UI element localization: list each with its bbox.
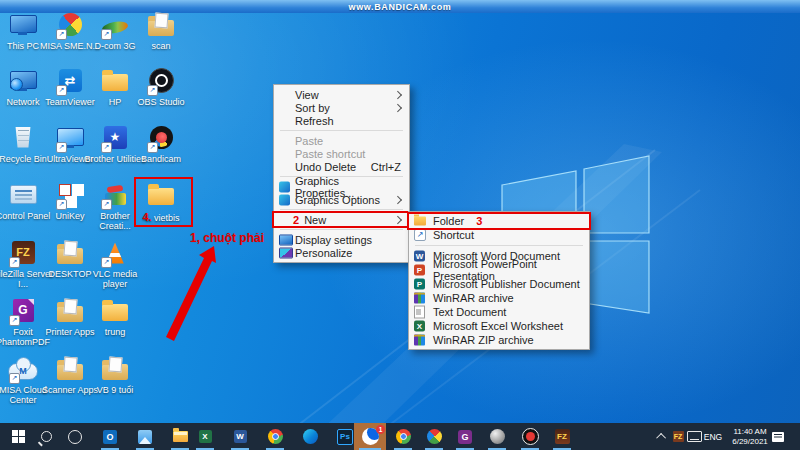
submenu-item-winrar-zip-archive[interactable]: WinRAR ZIP archive [409,333,589,347]
shortcut-icon: ↗ [414,229,426,241]
submenu-item-text-document[interactable]: Text Document [409,305,589,319]
menu-item-sort-by[interactable]: Sort by [274,101,409,114]
taskbar: O X W Ps 1 G FZ [0,423,800,450]
icon-label: trung [105,327,126,337]
menu-item-label: WinRAR ZIP archive [433,334,534,346]
desktop-icon-obs-studio[interactable]: ↗ OBS Studio [129,64,193,107]
submenu-item-winrar-archive[interactable]: WinRAR archive [409,291,589,305]
desktop-icon-bandicam[interactable]: ↗ Bandicam [129,121,193,164]
winrar-zip-icon [414,335,425,346]
photos-icon [138,430,152,444]
submenu-item-shortcut[interactable]: ↗ Shortcut [409,228,589,242]
menu-item-undo-delete[interactable]: Undo Delete Ctrl+Z [274,160,409,173]
menu-item-personalize[interactable]: Personalize [274,246,409,259]
word-icon: W [414,251,425,262]
menu-separator [280,130,403,131]
submenu-chevron-icon [393,215,401,223]
menu-item-label: Shortcut [433,229,474,241]
vietbis-label: vietbis [154,213,180,223]
scanner-apps-folder-icon [57,364,83,380]
vietbis-folder-icon [148,188,174,205]
folder-icon [414,217,426,226]
taskbar-edge-button[interactable] [296,423,324,450]
taskbar-chrome-button[interactable] [261,423,289,450]
shortcut-arrow-icon: ↗ [101,257,112,268]
control-panel-icon [10,185,37,204]
menu-item-paste-shortcut: Paste shortcut [274,147,409,160]
taskbar-sphere-app-button[interactable] [483,423,511,450]
photoshop-icon: Ps [337,429,353,445]
network-globe-art [10,78,23,91]
language-indicator: ENG [704,432,722,442]
taskbar-zalo-button-active[interactable]: 1 [354,423,386,450]
new-submenu: Folder 3 ↗ Shortcut W Microsoft Word Doc… [408,211,590,350]
taskbar-excel-button[interactable]: X [191,423,219,450]
menu-item-graphics-properties[interactable]: Graphics Properties... [274,180,409,193]
zalo-notification-badge: 1 [376,425,385,434]
clock: 11:40 AM 6/29/2021 [732,427,768,447]
menu-item-label: Microsoft Excel Worksheet [433,320,563,332]
menu-separator [280,229,403,230]
shortcut-arrow-icon: ↗ [56,199,67,210]
shortcut-arrow-icon: ↗ [101,142,112,153]
menu-item-refresh[interactable]: Refresh [274,114,409,127]
submenu-item-powerpoint-presentation[interactable]: P Microsoft PowerPoint Presentation [409,263,589,277]
menu-item-label: Display settings [295,234,372,246]
shortcut-arrow-icon: ↗ [147,85,158,96]
chrome-icon [268,429,283,444]
desktop-icon-scan[interactable]: scan [129,8,193,51]
cortana-icon [68,430,82,444]
excel-icon: X [414,321,425,332]
misa-icon [427,429,442,444]
search-icon [41,431,52,442]
sphere-app-icon [490,429,505,444]
menu-item-label: Folder [433,215,464,227]
taskbar-bandicam-record-button[interactable] [516,423,544,450]
icon-label: VLC media player [84,269,146,289]
winrar-icon [414,293,425,304]
icon-label: This PC [7,41,39,51]
taskbar-chrome2-button[interactable] [389,423,417,450]
desktop-icon-vlc[interactable]: ↗ VLC media player [83,236,147,289]
desktop-icon-vb9tuoi[interactable]: VB 9 tuổi [83,352,147,395]
submenu-item-folder[interactable]: Folder 3 [409,214,589,228]
word-icon: W [234,430,247,443]
taskbar-outlook-button[interactable]: O [96,423,124,450]
desktop-icon-trung[interactable]: trung [83,294,147,337]
watermark-text: www.BANDICAM.com [349,2,452,12]
submenu-item-publisher-document[interactable]: P Microsoft Publisher Document [409,277,589,291]
taskbar-misa-button[interactable] [420,423,448,450]
menu-item-label: Paste [295,135,323,147]
tray-action-center-button[interactable] [764,423,792,450]
menu-item-view[interactable]: View [274,88,409,101]
powerpoint-icon: P [414,265,425,276]
taskbar-search-button[interactable] [32,423,60,450]
menu-item-display-settings[interactable]: Display settings [274,233,409,246]
menu-item-label: View [295,89,319,101]
submenu-item-excel-worksheet[interactable]: X Microsoft Excel Worksheet [409,319,589,333]
annotation-step-1: 1, chuột phải [190,231,264,245]
shortcut-arrow-icon: ↗ [147,142,158,153]
taskbar-cortana-button[interactable] [61,423,89,450]
personalize-icon [279,247,293,258]
chevron-up-icon [656,433,666,443]
outlook-icon: O [103,430,117,444]
menu-item-graphics-options[interactable]: Graphics Options [274,193,409,206]
icon-label: VB 9 tuổi [97,385,134,395]
windows-desktop-screen: www.BANDICAM.com This PC ↗ MISA SME.N...… [0,0,800,450]
desktop-icon-vietbis[interactable]: 4. vietbis [129,178,193,223]
taskbar-filezilla-button[interactable]: FZ [548,423,576,450]
taskbar-word-button[interactable]: W [226,423,254,450]
desktop-folder-icon [57,248,83,264]
menu-item-paste: Paste [274,134,409,147]
taskbar-photos-button[interactable] [131,423,159,450]
taskbar-start-button[interactable] [4,423,32,450]
windows-start-icon [12,430,25,443]
icon-label: UniKey [55,211,84,221]
menu-item-new[interactable]: 2 New [274,213,409,226]
taskbar-file-explorer-button[interactable] [166,423,194,450]
menu-item-label: Sort by [295,102,330,114]
context-menu: View Sort by Refresh Paste Paste shortcu… [273,84,410,263]
taskbar-foxit-button[interactable]: G [451,423,479,450]
notification-icon [772,432,784,442]
